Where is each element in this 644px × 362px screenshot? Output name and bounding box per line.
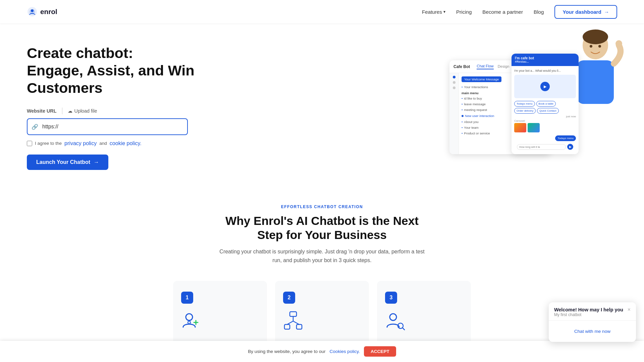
hero-right: Cafe Bot Chat Flow Design Your Welcome M… [449, 50, 617, 164]
url-label-row: Website URL ☁ Upload file [27, 108, 195, 114]
just-now-label: just now [514, 115, 576, 118]
user-search-icon [385, 310, 405, 330]
hero-title: Create chatbot: Engage, Assist, and Win … [27, 45, 195, 97]
todays-menu-filled-btn[interactable]: Todays menu [555, 135, 576, 141]
terms-text-prefix: I agree to the [35, 141, 62, 146]
svg-point-7 [598, 45, 601, 48]
user-add-icon [181, 310, 201, 330]
design-tab[interactable]: Design [498, 64, 509, 69]
nav-pricing-link[interactable]: Pricing [456, 9, 472, 15]
interaction-hashtag: #Restau... [515, 60, 529, 63]
nav-links: Features Pricing Become a partner Blog Y… [422, 5, 617, 19]
svg-point-3 [583, 31, 608, 59]
step-card-1: 1 [173, 281, 267, 347]
step-icon-3 [385, 310, 463, 334]
chat-widget: Welcome! How may I help you My first cha… [549, 302, 636, 342]
quick-reply-order-delivery[interactable]: Order delivery [514, 108, 536, 114]
preview-interaction-label: #Restau... [515, 60, 575, 63]
play-button[interactable]: ▶ [540, 82, 550, 91]
upload-icon: ☁ [68, 108, 72, 114]
svg-point-2 [31, 9, 34, 12]
cookie-policy-link[interactable]: cookie policy. [110, 140, 142, 146]
launch-btn-label: Launch Your Chatbot [36, 159, 90, 165]
terms-and: and [99, 141, 107, 146]
hero-title-line1: Create chatbot: [27, 45, 133, 61]
svg-rect-5 [577, 60, 614, 104]
section-title-line1: Why Enrol's AI Chatbot is the Next [225, 214, 419, 227]
nav-features-link[interactable]: Features [422, 9, 445, 15]
logo-link[interactable]: enrol [27, 6, 57, 17]
preview-sub1: I'm your bot a... [514, 69, 534, 72]
terms-checkbox[interactable] [27, 141, 32, 146]
privacy-policy-link[interactable]: privacy policy [64, 140, 97, 146]
launch-chatbot-button[interactable]: Launch Your Chatbot → [27, 155, 108, 170]
hero-section: Create chatbot: Engage, Assist, and Win … [0, 23, 644, 184]
svg-point-6 [590, 45, 592, 48]
hero-left: Create chatbot: Engage, Assist, and Win … [27, 45, 195, 170]
url-input-wrapper: 🔗 [27, 118, 195, 135]
terms-row: I agree to the privacy policy and cookie… [27, 140, 195, 146]
widget-close-button[interactable]: × [628, 307, 631, 312]
dashboard-button[interactable]: Your dashboard → [554, 5, 617, 19]
chat-input[interactable] [517, 144, 566, 150]
url-input[interactable] [27, 118, 188, 135]
step-card-3: 3 [377, 281, 471, 347]
logo-text: enrol [40, 8, 57, 16]
cookies-policy-link[interactable]: Cookies policy. [329, 349, 360, 354]
food-image-2 [528, 123, 540, 132]
preview-title: I'm cafe bot [515, 56, 575, 60]
launch-arrow-icon: → [94, 159, 99, 165]
new-interaction-label: New user interaction [465, 114, 494, 118]
section-badge: EFFORTLESS CHATBOT CREATION [27, 204, 617, 209]
upload-file-button[interactable]: ☁ Upload file [68, 108, 97, 114]
preview-sub2: What would you li... [535, 69, 561, 72]
step-icon-2 [283, 310, 361, 334]
enrol-logo-icon [27, 6, 38, 17]
food-carousel-images [514, 123, 576, 132]
hero-title-line3: Customers [27, 80, 103, 96]
widget-chat-link[interactable]: Chat with me now [554, 326, 631, 337]
chat-widget-title-block: Welcome! How may I help you My first cha… [554, 307, 623, 317]
cookie-accept-button[interactable]: ACCEPT [364, 346, 396, 357]
carousel-label: Carousel [514, 118, 576, 123]
steps-row: 1 2 [27, 281, 617, 347]
nav-partner-link[interactable]: Become a partner [482, 9, 523, 15]
sidebar-icon-1 [453, 76, 455, 78]
url-divider [62, 108, 62, 114]
video-thumbnail: ▶ [514, 75, 576, 98]
step-num-1: 1 [181, 292, 193, 304]
quick-reply-quick-contact[interactable]: Quick Contact [537, 108, 558, 114]
quick-reply-buttons: Todays menu Book a table Order delivery … [514, 101, 576, 114]
nav-blog-link[interactable]: Blog [534, 9, 544, 15]
sidebar-icon-2 [453, 81, 455, 84]
step-card-2: 2 [275, 281, 369, 347]
main-menu-section: main menu [462, 91, 479, 95]
svg-point-4 [583, 29, 608, 44]
step-icon-1 [181, 310, 259, 334]
svg-rect-14 [297, 324, 302, 329]
quick-reply-book-table[interactable]: Book a table [536, 101, 556, 107]
widget-subtitle: My first chatbot [554, 312, 623, 317]
sidebar-icon-3 [453, 86, 455, 89]
section-title: Why Enrol's AI Chatbot is the Next Step … [205, 214, 439, 242]
quick-reply-todays-menu[interactable]: Todays menu [514, 101, 535, 107]
upload-label: Upload file [74, 108, 97, 114]
svg-point-9 [186, 314, 193, 320]
chat-flow-tab[interactable]: Chat Flow [477, 64, 493, 69]
arrow-right-icon: → [604, 9, 609, 15]
welcome-msg-btn[interactable]: Your Welcome Message [462, 76, 501, 82]
url-label: Website URL [27, 108, 57, 114]
chat-preview-panel: I'm cafe bot #Restau... I'm your bot a..… [512, 54, 579, 154]
bot-name: Cafe Bot [453, 64, 470, 69]
food-image-1 [514, 123, 526, 132]
send-button[interactable]: ▶ [567, 144, 573, 150]
svg-point-8 [615, 40, 622, 47]
step-num-2: 2 [283, 292, 295, 304]
section-title-line2: Step for Your Business [257, 228, 387, 241]
link-icon: 🔗 [32, 123, 38, 130]
svg-point-15 [390, 314, 396, 320]
why-section: EFFORTLESS CHATBOT CREATION Why Enrol's … [0, 184, 644, 360]
dashboard-btn-label: Your dashboard [562, 9, 601, 15]
chat-input-row: ▶ [514, 144, 576, 150]
widget-title: Welcome! How may I help you [554, 307, 623, 312]
